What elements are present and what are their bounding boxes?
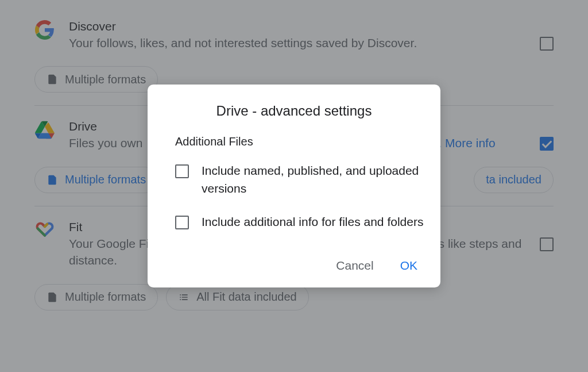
modal-option-additional-info: Include additional info for files and fo… [164,213,424,231]
modal-overlay[interactable]: Drive - advanced settings Additional Fil… [0,0,588,372]
include-versions-checkbox[interactable] [175,164,189,178]
modal-option-label: Include additional info for files and fo… [202,213,423,231]
drive-advanced-settings-modal: Drive - advanced settings Additional Fil… [148,85,440,287]
modal-option-versions: Include named, published, and uploaded v… [164,162,424,197]
include-additional-info-checkbox[interactable] [175,216,189,229]
ok-button[interactable]: OK [396,254,422,277]
cancel-button[interactable]: Cancel [331,254,378,277]
modal-option-label: Include named, published, and uploaded v… [202,162,424,197]
modal-title: Drive - advanced settings [164,103,424,119]
modal-section-title: Additional Files [164,135,424,148]
